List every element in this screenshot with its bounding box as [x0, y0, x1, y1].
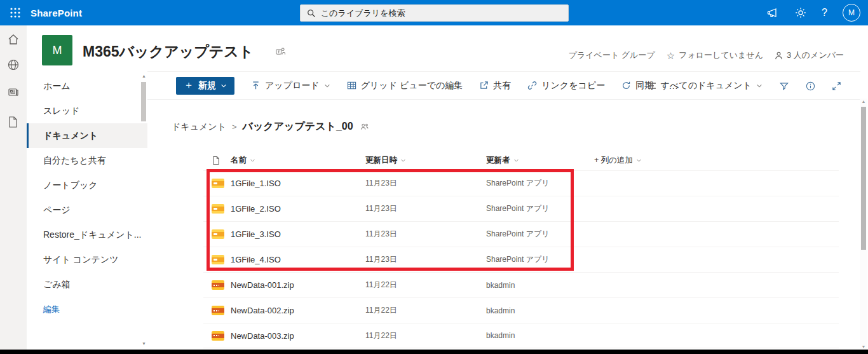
expand-icon[interactable] — [832, 81, 841, 91]
sidebar-item-4[interactable]: ノートブック — [27, 173, 147, 198]
search-icon — [307, 9, 316, 18]
account-avatar[interactable]: M — [843, 4, 860, 22]
sidebar-item-3[interactable]: 自分たちと共有 — [27, 148, 147, 173]
view-list-icon — [648, 82, 656, 90]
chevron-down-icon — [250, 158, 255, 163]
file-name[interactable]: 1GFile_1.ISO — [231, 179, 365, 188]
window-bottom-edge — [0, 350, 868, 354]
iso-file-icon — [212, 179, 224, 188]
table-row[interactable]: NewData-003.zip 11月22日 bkadmin — [203, 323, 839, 348]
table-row[interactable]: NewData-002.zip 11月22日 bkadmin — [203, 297, 839, 323]
grid-icon — [347, 81, 356, 90]
column-header-name[interactable]: 名前 — [231, 155, 365, 166]
app-launcher-button[interactable] — [0, 0, 31, 25]
site-header: M M365バックアップテスト プライベート グループ ☆ フォローしていません… — [27, 25, 868, 71]
follow-button[interactable]: ☆ フォローしていません — [667, 50, 763, 61]
share-button[interactable]: 共有 — [479, 80, 511, 92]
file-name[interactable]: NewData-001.zip — [231, 280, 365, 290]
file-type-column-icon[interactable] — [203, 156, 231, 165]
globe-icon[interactable] — [7, 58, 20, 71]
scroll-up-arrow[interactable]: ▲ — [140, 74, 147, 78]
file-name[interactable]: 1GFile_3.ISO — [231, 229, 365, 239]
chevron-down-icon — [636, 158, 642, 163]
modified-by: bkadmin — [486, 281, 594, 290]
breadcrumb: ドキュメント > バックアップテスト_00 — [172, 120, 369, 133]
file-name[interactable]: NewData-002.zip — [231, 306, 365, 315]
iso-file-icon — [212, 204, 224, 214]
chevron-down-icon — [756, 83, 763, 89]
chevron-down-icon — [220, 83, 227, 89]
zip-file-icon — [212, 280, 224, 290]
sidebar-item-5[interactable]: ページ — [27, 198, 147, 222]
sidebar-item-2[interactable]: ドキュメント — [27, 123, 147, 148]
modified-date: 11月22日 — [365, 330, 486, 341]
sidebar-item-7[interactable]: サイト コンテンツ — [27, 247, 147, 272]
modified-by: bkadmin — [486, 306, 594, 315]
add-column-button[interactable]: + 列の追加 — [594, 155, 839, 166]
chevron-down-icon — [400, 158, 406, 163]
members-button[interactable]: 3 人のメンバー — [775, 50, 844, 61]
help-icon[interactable]: ? — [822, 7, 827, 18]
table-row[interactable]: 1GFile_2.ISO 11月23日 SharePoint アプリ — [203, 196, 839, 221]
search-input[interactable]: このライブラリを検索 — [300, 4, 569, 22]
file-name[interactable]: 1GFile_4.ISO — [231, 255, 365, 264]
document-library-pane: ＋ 新規 アップロード グリッド ビューでの編集 — [147, 71, 860, 350]
share-icon — [479, 81, 489, 90]
file-name[interactable]: 1GFile_2.ISO — [231, 204, 365, 214]
zip-file-icon — [212, 306, 224, 315]
grid-view-edit-button[interactable]: グリッド ビューでの編集 — [347, 80, 463, 92]
table-row[interactable]: 1GFile_4.ISO 11月23日 SharePoint アプリ — [203, 247, 839, 272]
file-name[interactable]: NewData-003.zip — [231, 331, 365, 341]
column-header-modified-by[interactable]: 更新者 — [486, 155, 594, 166]
person-icon — [775, 51, 783, 60]
view-selector[interactable]: すべてのドキュメント — [648, 80, 763, 92]
megaphone-icon[interactable] — [767, 7, 780, 18]
sidebar: ホームスレッドドキュメント自分たちと共有ノートブックページRestore_ドキュ… — [27, 71, 147, 350]
modified-by: SharePoint アプリ — [486, 178, 594, 189]
chevron-down-icon — [513, 158, 519, 163]
scroll-up-arrow[interactable]: ▲ — [860, 99, 867, 104]
info-icon[interactable] — [806, 81, 815, 91]
new-button[interactable]: ＋ 新規 — [176, 77, 234, 95]
scrollbar-thumb[interactable] — [861, 107, 866, 250]
modified-date: 11月23日 — [365, 178, 486, 189]
upload-button[interactable]: アップロード — [251, 80, 330, 92]
page-icon[interactable] — [7, 116, 20, 128]
column-header-modified[interactable]: 更新日時 — [365, 155, 486, 166]
sidebar-item-1[interactable]: スレッド — [27, 99, 147, 123]
search-placeholder: このライブラリを検索 — [321, 8, 405, 19]
modified-date: 11月23日 — [365, 229, 486, 240]
modified-by: SharePoint アプリ — [486, 203, 594, 214]
breadcrumb-separator: > — [232, 122, 237, 132]
scrollbar-thumb[interactable] — [141, 82, 146, 121]
sidebar-item-0[interactable]: ホーム — [27, 74, 147, 99]
table-row[interactable]: 1GFile_3.ISO 11月23日 SharePoint アプリ — [203, 221, 839, 247]
vertical-scrollbar[interactable]: ▲ ▼ — [860, 99, 867, 350]
sidebar-item-6[interactable]: Restore_ドキュメント... — [27, 222, 147, 247]
breadcrumb-current-folder: バックアップテスト_00 — [243, 120, 353, 133]
plus-icon: ＋ — [184, 79, 194, 92]
table-row[interactable]: 1GFile_1.ISO 11月23日 SharePoint アプリ — [203, 170, 839, 196]
star-icon: ☆ — [667, 51, 675, 60]
scroll-down-arrow[interactable]: ▼ — [860, 344, 867, 349]
app-title[interactable]: SharePoint — [31, 8, 82, 18]
news-icon[interactable] — [7, 86, 20, 99]
site-logo[interactable]: M — [42, 35, 72, 65]
modified-by: SharePoint アプリ — [486, 229, 594, 240]
site-title[interactable]: M365バックアップテスト — [83, 42, 254, 62]
scroll-down-arrow[interactable]: ▼ — [140, 341, 147, 346]
sidebar-edit-link[interactable]: 編集 — [27, 297, 147, 322]
document-icon — [212, 156, 220, 165]
copy-link-button[interactable]: リンクをコピー — [527, 80, 605, 92]
filter-icon[interactable] — [779, 81, 789, 91]
breadcrumb-root[interactable]: ドキュメント — [172, 121, 226, 133]
upload-icon — [251, 81, 261, 90]
modified-date: 11月23日 — [365, 203, 486, 214]
table-row[interactable]: NewData-001.zip 11月22日 bkadmin — [203, 272, 839, 297]
home-icon[interactable] — [7, 33, 20, 46]
waffle-icon — [10, 8, 20, 18]
sidebar-scrollbar[interactable]: ▲ ▼ — [140, 74, 147, 346]
gear-icon[interactable] — [795, 7, 806, 18]
shared-folder-icon — [360, 123, 369, 130]
sidebar-item-8[interactable]: ごみ箱 — [27, 272, 147, 297]
